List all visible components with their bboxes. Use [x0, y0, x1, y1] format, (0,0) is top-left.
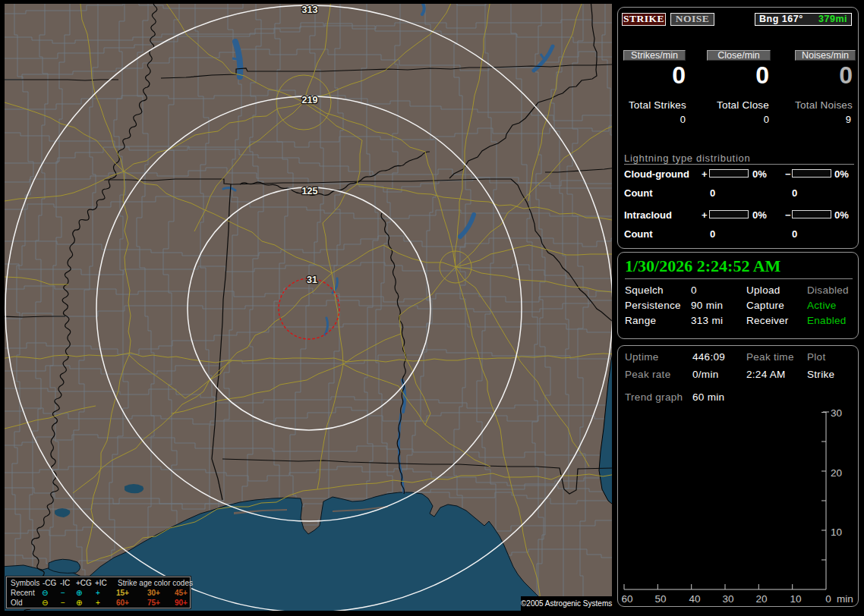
svg-text:125: 125 — [302, 186, 318, 196]
svg-text:31: 31 — [307, 275, 317, 285]
svg-text:10: 10 — [790, 593, 801, 605]
svg-text:20: 20 — [831, 467, 842, 479]
svg-text:0: 0 — [825, 593, 831, 605]
svg-text:60: 60 — [621, 593, 632, 605]
svg-text:30: 30 — [831, 407, 842, 419]
svg-text:50: 50 — [654, 593, 666, 605]
svg-text:10: 10 — [831, 526, 842, 538]
svg-text:313: 313 — [302, 5, 318, 15]
svg-text:40: 40 — [689, 593, 700, 605]
svg-text:min: min — [837, 593, 853, 605]
svg-text:219: 219 — [302, 95, 318, 105]
svg-text:30: 30 — [722, 593, 733, 605]
svg-text:20: 20 — [755, 593, 767, 605]
